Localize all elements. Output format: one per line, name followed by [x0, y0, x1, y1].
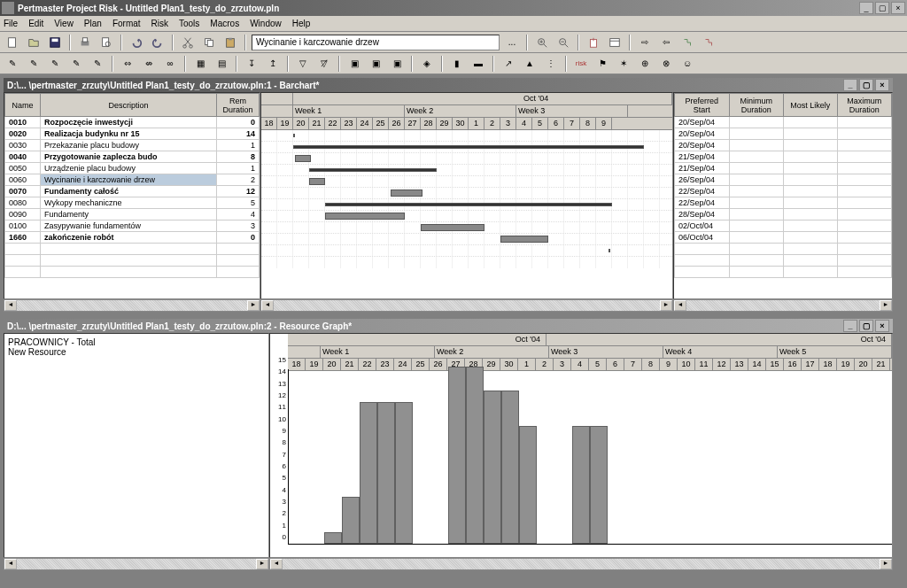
gantt-timeline[interactable]: Oct '04 Week 1Week 2Week 3 1819202122232… — [260, 92, 673, 299]
tool-c-icon[interactable]: ✎ — [46, 55, 64, 73]
scrollbar-mid[interactable]: ◄► — [260, 299, 673, 312]
scrollbar-res-right[interactable]: ◄► — [269, 558, 893, 570]
hierarchy-c-icon[interactable]: ▣ — [388, 55, 406, 73]
col-max-dur[interactable]: Maximum Duration — [837, 94, 891, 117]
child-close-button[interactable]: × — [875, 79, 889, 91]
print-icon[interactable] — [76, 34, 94, 51]
child-minimize-button[interactable]: _ — [843, 79, 857, 91]
tool-d-icon[interactable]: ✎ — [67, 55, 85, 73]
tool-e-icon[interactable]: ✎ — [89, 55, 106, 73]
menu-format[interactable]: Format — [112, 19, 141, 28]
menu-edit[interactable]: Edit — [28, 19, 43, 28]
child2-maximize-button[interactable]: ▢ — [859, 320, 873, 332]
task-row[interactable]: 0070Fundamenty całość12 — [5, 186, 260, 197]
hierarchy-b-icon[interactable]: ▣ — [367, 55, 384, 73]
open-icon[interactable] — [25, 34, 43, 51]
undo-icon[interactable] — [128, 34, 145, 51]
date-row[interactable]: 22/Sep/04 — [675, 197, 892, 209]
ellipsis-icon[interactable]: ... — [503, 34, 521, 51]
chart-area-icon[interactable]: ▲ — [521, 55, 539, 73]
date-row[interactable]: 02/Oct/04 — [675, 220, 892, 232]
scrollbar-right[interactable]: ◄► — [673, 299, 893, 312]
chart-bar-icon[interactable]: ▮ — [448, 55, 466, 73]
zoom-in-icon[interactable] — [533, 34, 551, 51]
tool-b-icon[interactable]: ✎ — [25, 55, 43, 73]
preview-icon[interactable] — [97, 34, 115, 51]
date-row[interactable]: 21/Sep/04 — [675, 151, 892, 163]
menu-risk[interactable]: Risk — [151, 19, 168, 28]
risk-icon[interactable]: risk — [572, 55, 590, 73]
menu-macros[interactable]: Macros — [210, 19, 239, 28]
arrow-left-icon[interactable]: ⇦ — [657, 34, 675, 51]
date-row[interactable]: 21/Sep/04 — [675, 163, 892, 174]
link-add-icon[interactable] — [678, 34, 696, 51]
menu-plan[interactable]: Plan — [84, 19, 102, 28]
col-rem-duration[interactable]: Rem Duration — [217, 94, 260, 117]
task-row[interactable]: 0080Wykopy mechaniczne5 — [5, 197, 260, 209]
task-row[interactable]: 0020Realizacja budynku nr 1514 — [5, 128, 260, 140]
scrollbar-left[interactable]: ◄► — [4, 299, 260, 312]
date-row[interactable]: 22/Sep/04 — [675, 186, 892, 197]
arrow-right-icon[interactable]: ⇨ — [636, 34, 654, 51]
task-row[interactable]: 0010Rozpoczęcie inwestycji0 — [5, 117, 260, 128]
menu-help[interactable]: Help — [292, 19, 311, 28]
col-min-dur[interactable]: Minimum Duration — [729, 94, 783, 117]
risk-d-icon[interactable]: ⊗ — [657, 55, 675, 73]
date-row[interactable]: 20/Sep/04 — [675, 140, 892, 151]
hierarchy-a-icon[interactable]: ▣ — [345, 55, 363, 73]
chart-gantt-icon[interactable]: ▬ — [469, 55, 487, 73]
minimize-button[interactable]: _ — [859, 2, 873, 14]
person-icon[interactable]: ☺ — [678, 55, 696, 73]
cube-icon[interactable]: ◈ — [418, 55, 436, 73]
goto-icon[interactable] — [585, 34, 602, 51]
child2-close-button[interactable]: × — [875, 320, 889, 332]
cut-icon[interactable] — [179, 34, 197, 51]
chart-line-icon[interactable]: ↗ — [500, 55, 517, 73]
task-name-input[interactable] — [252, 35, 500, 50]
child-maximize-button[interactable]: ▢ — [859, 79, 873, 91]
layout-b-icon[interactable]: ▤ — [213, 55, 230, 73]
sort-desc-icon[interactable]: ↥ — [264, 55, 282, 73]
dates-grid[interactable]: Preferred Start Minimum Duration Most Li… — [673, 92, 893, 299]
chain-icon[interactable]: ∞ — [161, 55, 179, 73]
risk-b-icon[interactable]: ✶ — [615, 55, 632, 73]
task-row[interactable]: 0040Przygotowanie zaplecza budo8 — [5, 151, 260, 163]
tool-a-icon[interactable]: ✎ — [4, 55, 21, 73]
redo-icon[interactable] — [149, 34, 167, 51]
resource-titlebar[interactable]: D:\... \pertmaster_zrzuty\Untitled Plan1… — [4, 319, 893, 333]
unlink-icon[interactable]: ⇎ — [140, 55, 158, 73]
menu-file[interactable]: File — [4, 19, 18, 28]
date-row[interactable]: 26/Sep/04 — [675, 174, 892, 186]
close-button[interactable]: × — [891, 2, 905, 14]
scrollbar-res-left[interactable]: ◄► — [4, 558, 269, 570]
task-row[interactable]: 0050Urządzenie placu budowy1 — [5, 163, 260, 174]
menu-window[interactable]: Window — [250, 19, 282, 28]
chart-scatter-icon[interactable]: ⋮ — [542, 55, 560, 73]
date-row[interactable]: 20/Sep/04 — [675, 117, 892, 128]
sort-asc-icon[interactable]: ↧ — [243, 55, 260, 73]
maximize-button[interactable]: ▢ — [875, 2, 889, 14]
link-icon[interactable]: ⇔ — [119, 55, 136, 73]
date-row[interactable]: 28/Sep/04 — [675, 209, 892, 220]
barchart-titlebar[interactable]: D:\... \pertmaster_zrzuty\Untitled Plan1… — [4, 78, 893, 92]
date-row[interactable]: 06/Oct/04 — [675, 232, 892, 244]
task-row[interactable]: 0090Fundamenty4 — [5, 209, 260, 220]
task-row[interactable]: 0060Wycinanie i karczowanie drzew2 — [5, 174, 260, 186]
copy-icon[interactable] — [200, 34, 218, 51]
resource-item[interactable]: New Resource — [8, 347, 265, 357]
resource-list[interactable]: PRACOWNICY - Total New Resource — [4, 333, 269, 558]
risk-a-icon[interactable]: ⚑ — [593, 55, 611, 73]
resource-item[interactable]: PRACOWNICY - Total — [8, 337, 265, 347]
new-icon[interactable] — [4, 34, 21, 51]
filter-icon[interactable]: ▽ — [294, 55, 312, 73]
col-description[interactable]: Description — [41, 94, 217, 117]
layout-a-icon[interactable]: ▦ — [191, 55, 209, 73]
task-grid[interactable]: Name Description Rem Duration 0010Rozpoc… — [4, 92, 260, 299]
risk-c-icon[interactable]: ⊕ — [636, 55, 654, 73]
col-name[interactable]: Name — [5, 94, 41, 117]
link-del-icon[interactable] — [700, 34, 717, 51]
menu-tools[interactable]: Tools — [179, 19, 199, 28]
task-row[interactable]: 0100Zasypywanie fundamentów3 — [5, 220, 260, 232]
child2-minimize-button[interactable]: _ — [843, 320, 857, 332]
col-pref-start[interactable]: Preferred Start — [675, 94, 730, 117]
